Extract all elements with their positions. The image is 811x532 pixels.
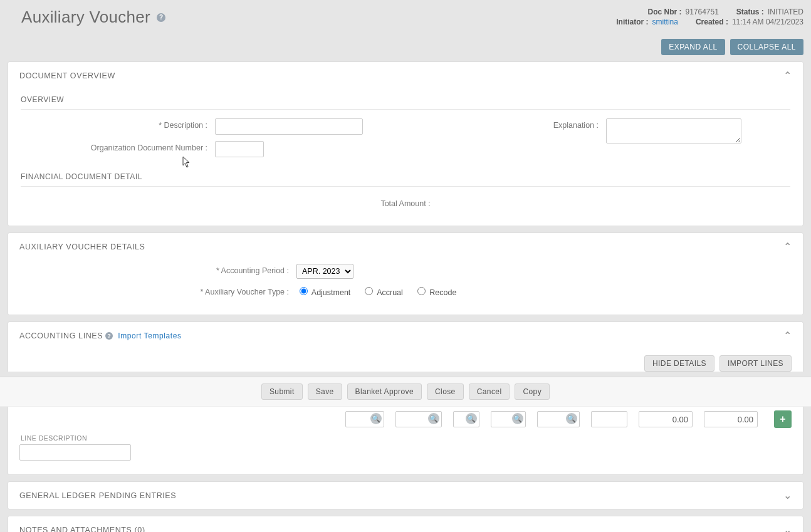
add-line-button[interactable]: + <box>774 410 792 428</box>
status-label: Status : <box>736 8 764 16</box>
panel-header-aux-details[interactable]: AUXILIARY VOUCHER DETAILS ⌃ <box>8 233 803 260</box>
initiator-link[interactable]: smittina <box>652 18 678 26</box>
credit-amount-input[interactable] <box>704 411 758 427</box>
org-doc-label: Organization Document Number : <box>21 141 215 152</box>
overview-subheader: OVERVIEW <box>21 89 790 110</box>
copy-button[interactable]: Copy <box>515 383 550 400</box>
panel-header-document-overview[interactable]: DOCUMENT OVERVIEW ⌃ <box>8 62 803 89</box>
voucher-type-accrual[interactable]: Accrual <box>362 285 402 297</box>
created-value: 11:14 AM 04/21/2023 <box>732 18 803 26</box>
voucher-type-adjustment[interactable]: Adjustment <box>296 285 350 297</box>
description-input[interactable] <box>215 118 363 135</box>
radio-adjustment-label: Adjustment <box>311 288 351 297</box>
submit-button[interactable]: Submit <box>261 383 303 400</box>
blanket-approve-button[interactable]: Blanket Approve <box>347 383 422 400</box>
description-label: * Description : <box>21 118 215 130</box>
accounting-period-select[interactable]: APR. 2023 <box>296 264 353 279</box>
accounting-lines-body: 🔍 🔍 🔍 🔍 🔍 + LINE DESC <box>8 407 803 475</box>
hide-details-button[interactable]: HIDE DETAILS <box>644 355 714 372</box>
search-icon[interactable]: 🔍 <box>370 413 382 424</box>
voucher-type-label: * Auxiliary Voucher Type : <box>21 285 296 296</box>
acct-field-3: 🔍 <box>453 411 479 427</box>
search-icon[interactable]: 🔍 <box>428 413 439 424</box>
status-value: INITIATED <box>768 8 803 16</box>
created-label: Created : <box>696 18 728 26</box>
help-icon[interactable]: ? <box>157 13 165 22</box>
radio-recode-label: Recode <box>429 288 456 297</box>
import-lines-button[interactable]: IMPORT LINES <box>719 355 792 372</box>
initiator-label: Initiator : <box>616 18 648 26</box>
collapse-all-button[interactable]: COLLAPSE ALL <box>730 39 803 55</box>
panel-title-gl-pending: GENERAL LEDGER PENDING ENTRIES <box>19 491 176 500</box>
acct-field-5: 🔍 <box>537 411 580 427</box>
radio-adjustment[interactable] <box>300 287 308 295</box>
chevron-down-icon: ⌄ <box>783 524 792 532</box>
panel-notes: NOTES AND ATTACHMENTS (0) ⌄ <box>8 516 803 532</box>
panel-gl-pending: GENERAL LEDGER PENDING ENTRIES ⌄ <box>8 481 803 509</box>
search-icon[interactable]: 🔍 <box>566 413 577 424</box>
voucher-type-recode[interactable]: Recode <box>414 285 457 297</box>
org-doc-input[interactable] <box>215 141 264 157</box>
radio-accrual[interactable] <box>365 287 373 295</box>
close-button[interactable]: Close <box>427 383 464 400</box>
panel-document-overview: DOCUMENT OVERVIEW ⌃ OVERVIEW * Descripti… <box>8 61 803 226</box>
line-description-input[interactable] <box>19 444 131 461</box>
panel-title-aux-details: AUXILIARY VOUCHER DETAILS <box>19 243 145 251</box>
radio-recode[interactable] <box>417 287 426 295</box>
acct-field-4: 🔍 <box>491 411 526 427</box>
doc-meta: Doc Nbr : 91764751 Status : INITIATED In… <box>616 8 803 28</box>
chevron-up-icon: ⌃ <box>783 330 792 342</box>
total-amount-label: Total Amount : <box>21 196 790 214</box>
acct-field-1: 🔍 <box>345 411 384 427</box>
acct-input-6[interactable] <box>591 411 627 427</box>
debit-amount-input[interactable] <box>639 411 693 427</box>
doc-nbr-value: 91764751 <box>685 8 718 16</box>
chevron-up-icon: ⌃ <box>783 241 792 253</box>
chevron-down-icon: ⌄ <box>783 489 792 501</box>
panel-header-accounting-lines[interactable]: ACCOUNTING LINES ? Import Templates ⌃ <box>8 322 803 349</box>
expand-all-button[interactable]: EXPAND ALL <box>661 39 725 55</box>
accounting-period-label: * Accounting Period : <box>21 264 296 275</box>
panel-title-notes: NOTES AND ATTACHMENTS (0) <box>19 526 145 533</box>
cancel-button[interactable]: Cancel <box>469 383 510 400</box>
panel-accounting-lines: ACCOUNTING LINES ? Import Templates ⌃ HI… <box>8 321 803 372</box>
panel-aux-details: AUXILIARY VOUCHER DETAILS ⌃ * Accounting… <box>8 232 803 315</box>
explanation-input[interactable] <box>606 118 741 143</box>
document-action-bar: Submit Save Blanket Approve Close Cancel… <box>0 377 811 407</box>
search-icon[interactable]: 🔍 <box>512 413 523 424</box>
line-description-label: LINE DESCRIPTION <box>21 434 792 442</box>
chevron-up-icon: ⌃ <box>783 70 792 81</box>
page-title: Auxiliary Voucher <box>21 8 150 27</box>
doc-nbr-label: Doc Nbr : <box>647 8 681 16</box>
help-icon[interactable]: ? <box>105 332 113 340</box>
acct-field-2: 🔍 <box>395 411 442 427</box>
panel-header-gl-pending[interactable]: GENERAL LEDGER PENDING ENTRIES ⌄ <box>8 482 803 509</box>
save-button[interactable]: Save <box>308 383 342 400</box>
explanation-label: Explanation : <box>418 118 606 130</box>
import-templates-link[interactable]: Import Templates <box>118 331 181 340</box>
panel-header-notes[interactable]: NOTES AND ATTACHMENTS (0) ⌄ <box>8 516 803 532</box>
panel-title-document-overview: DOCUMENT OVERVIEW <box>19 71 115 80</box>
panel-title-accounting-lines: ACCOUNTING LINES <box>19 331 103 340</box>
fin-detail-subheader: FINANCIAL DOCUMENT DETAIL <box>21 166 790 187</box>
radio-accrual-label: Accrual <box>377 288 403 297</box>
search-icon[interactable]: 🔍 <box>466 413 477 424</box>
